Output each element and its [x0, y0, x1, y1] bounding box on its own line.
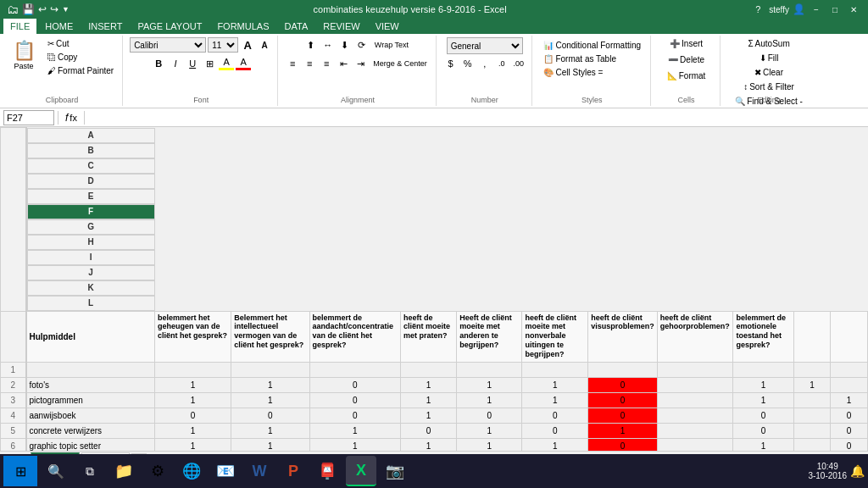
minimize-btn[interactable]: − [809, 3, 824, 15]
cell-K-4[interactable] [793, 408, 831, 423]
settings-btn[interactable]: ⚙ [142, 456, 173, 486]
cell-D-6[interactable]: 1 [309, 438, 400, 451]
cell-F-1[interactable] [457, 362, 522, 377]
powerpoint-btn[interactable]: P [278, 456, 309, 486]
increase-decimal-button[interactable]: .0 [494, 56, 509, 71]
close-btn[interactable]: ✕ [846, 3, 861, 15]
cell-J-1[interactable] [733, 362, 793, 377]
align-top-button[interactable]: ⬆ [303, 37, 319, 53]
photos-btn[interactable]: 📷 [380, 456, 410, 486]
cut-button[interactable]: ✂ Cut [44, 37, 117, 50]
dropdown-arrow[interactable]: ▼ [62, 5, 70, 14]
cell-F-header[interactable]: Heeft de cliënt moeite met anderen te be… [457, 311, 522, 362]
cell-G-header[interactable]: heeft de cliënt moeite met nonverbale ui… [522, 311, 588, 362]
edge-btn[interactable]: 🌐 [176, 456, 207, 486]
conditional-formatting-button[interactable]: 📊 Conditional Formatting [539, 39, 645, 52]
cell-F-4[interactable]: 0 [457, 408, 522, 423]
cell-A-6[interactable]: graphic topic setter [26, 438, 155, 451]
cell-E-4[interactable]: 1 [400, 408, 456, 423]
format-painter-button[interactable]: 🖌 Format Painter [44, 64, 117, 77]
cell-C-5[interactable]: 1 [231, 423, 309, 438]
col-header-G[interactable]: G [27, 219, 155, 235]
cell-K-2[interactable]: 1 [793, 377, 831, 392]
cell-B-header[interactable]: belemmert het geheugen van de cliënt het… [155, 311, 231, 362]
bold-button[interactable]: B [151, 56, 166, 71]
underline-button[interactable]: U [185, 56, 200, 71]
cell-F-3[interactable]: 1 [457, 392, 522, 408]
excel-taskbar-btn[interactable]: X [346, 456, 376, 486]
tab-view[interactable]: VIEW [369, 19, 406, 34]
cell-H-5[interactable]: 1 [588, 423, 658, 438]
col-header-I[interactable]: I [27, 250, 155, 265]
cell-B-2[interactable]: 1 [155, 377, 231, 392]
font-name-select[interactable]: Calibri [130, 37, 206, 53]
cell-A-5[interactable]: concrete verwijzers [26, 423, 155, 438]
copy-button[interactable]: ⿻ Copy [44, 51, 117, 64]
cell-I-3[interactable] [657, 392, 733, 408]
decrease-decimal-button[interactable]: .00 [511, 56, 526, 71]
cell-B-5[interactable]: 1 [155, 423, 231, 438]
cell-L-1[interactable] [831, 362, 868, 377]
align-center-button[interactable]: ≡ [302, 56, 317, 71]
format-button[interactable]: 📐 Format [664, 69, 709, 82]
currency-button[interactable]: $ [443, 56, 459, 71]
cell-C-4[interactable]: 0 [231, 408, 309, 423]
cell-I-header[interactable]: heeft de cliënt gehoorproblemen? [657, 311, 733, 362]
cell-K-6[interactable] [793, 438, 831, 451]
cell-G-3[interactable]: 1 [522, 392, 588, 408]
cell-C-1[interactable] [231, 362, 309, 377]
cell-L-header[interactable] [831, 311, 868, 362]
cell-E-1[interactable] [400, 362, 456, 377]
cell-L-2[interactable] [831, 377, 868, 392]
decrease-indent-button[interactable]: ⇤ [336, 56, 351, 71]
cell-K-3[interactable] [793, 392, 831, 408]
cell-H-6[interactable]: 0 [588, 438, 658, 451]
number-format-select[interactable]: General [447, 37, 523, 54]
cell-E-header[interactable]: heeft de cliënt moeite met praten? [400, 311, 456, 362]
cell-G-2[interactable]: 1 [522, 377, 588, 392]
start-button[interactable]: ⊞ [3, 456, 37, 486]
cell-F-6[interactable]: 1 [457, 438, 522, 451]
cell-H-1[interactable] [588, 362, 658, 377]
quick-save[interactable]: 💾 [22, 3, 35, 15]
cell-D-3[interactable]: 0 [309, 392, 400, 408]
cell-reference[interactable]: F27 [3, 110, 54, 125]
user-avatar[interactable]: 👤 [793, 3, 805, 15]
fill-color-button[interactable]: A [219, 56, 234, 71]
cell-A-header[interactable]: Hulpmiddel [26, 311, 155, 362]
cell-I-5[interactable] [657, 423, 733, 438]
cell-A-1[interactable] [26, 362, 155, 377]
col-header-L[interactable]: L [27, 296, 155, 311]
cell-D-1[interactable] [309, 362, 400, 377]
sort-filter-button[interactable]: ↕ Sort & Filter [740, 80, 798, 93]
delete-button[interactable]: ➖ Delete [665, 53, 708, 66]
taskbar-clock[interactable]: 10:49 3-10-2016 [808, 462, 847, 480]
cell-I-1[interactable] [657, 362, 733, 377]
cell-D-5[interactable]: 1 [309, 423, 400, 438]
cell-styles-button[interactable]: 🎨 Cell Styles = [539, 66, 645, 79]
autosum-button[interactable]: Σ AutoSum [744, 37, 793, 50]
cell-K-1[interactable] [793, 362, 831, 377]
col-header-B[interactable]: B [27, 143, 155, 158]
decrease-font-button[interactable]: A [257, 37, 272, 53]
col-header-A[interactable]: A [27, 128, 155, 143]
cell-D-2[interactable]: 0 [309, 377, 400, 392]
increase-indent-button[interactable]: ⇥ [353, 56, 368, 71]
grid-wrapper[interactable]: A B C D E F G H I J K L Hulp [0, 127, 868, 451]
font-color-button[interactable]: A [236, 56, 251, 71]
cell-I-6[interactable] [657, 438, 733, 451]
cell-E-3[interactable]: 1 [400, 392, 456, 408]
cell-E-2[interactable]: 1 [400, 377, 456, 392]
align-left-button[interactable]: ≡ [285, 56, 300, 71]
cell-A-4[interactable]: aanwijsboek [26, 408, 155, 423]
orientation-button[interactable]: ⟳ [354, 37, 370, 53]
col-header-J[interactable]: J [27, 265, 155, 280]
cell-B-6[interactable]: 1 [155, 438, 231, 451]
cell-J-5[interactable]: 0 [733, 423, 793, 438]
insert-button[interactable]: ➕ Insert [666, 37, 706, 50]
cell-E-6[interactable]: 1 [400, 438, 456, 451]
cell-C-6[interactable]: 1 [231, 438, 309, 451]
col-header-F[interactable]: F [27, 204, 155, 219]
search-button[interactable]: 🔍 [41, 456, 71, 486]
cell-J-4[interactable]: 0 [733, 408, 793, 423]
